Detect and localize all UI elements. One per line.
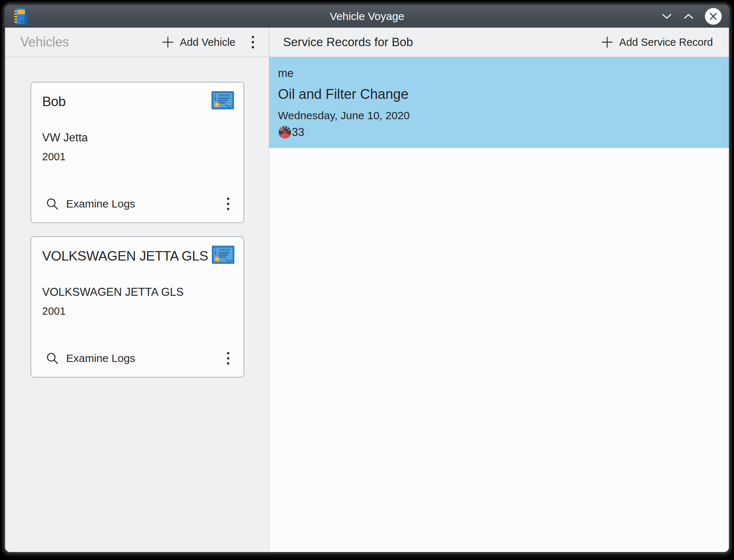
card-title-row: VOLKSWAGEN JETTA GLS [42,246,234,264]
kebab-icon [227,351,230,365]
plus-icon [162,36,174,48]
vehicle-card-menu-button[interactable] [223,194,233,214]
magnifier-icon [46,352,59,365]
vehicle-card-volkswagen-jetta[interactable]: VOLKSWAGEN JETTA GLS [31,236,244,378]
examine-logs-button[interactable]: Examine Logs [42,350,137,366]
vehicle-card-bob[interactable]: Bob [31,82,244,223]
window-controls [661,8,722,25]
vehicle-card-list: Bob [5,57,269,378]
vehicle-card-menu-button[interactable] [223,349,233,368]
close-icon [709,12,718,21]
card-title-row: Bob [42,91,234,109]
record-service-name: Oil and Filter Change [278,86,720,102]
close-button[interactable] [705,8,722,25]
record-date: Wednesday, June 10, 2020 [278,109,720,122]
service-records-header: Service Records for Bob Add Service Reco… [269,28,729,57]
vehicle-model: VOLKSWAGEN JETTA GLS [42,286,234,299]
maximize-button[interactable] [683,13,694,20]
service-records-panel: Service Records for Bob Add Service Reco… [269,28,729,552]
certificate-icon [211,91,234,109]
vehicles-menu-button[interactable] [248,32,258,52]
record-odometer-row: 33 [278,125,720,139]
minimize-button[interactable] [661,13,672,20]
kebab-icon [227,197,230,211]
kebab-icon [251,35,254,49]
chevron-down-icon [661,13,672,20]
app-notebook-icon [12,7,29,26]
vehicle-name: VOLKSWAGEN JETTA GLS [42,246,208,264]
add-vehicle-button[interactable]: Add Vehicle [160,34,237,51]
app-window: Vehicle Voyage Vehicles [5,5,729,552]
service-records-title: Service Records for Bob [283,35,413,49]
add-service-record-label: Add Service Record [619,36,713,48]
examine-logs-label: Examine Logs [66,198,135,210]
window-title: Vehicle Voyage [330,10,404,23]
titlebar[interactable]: Vehicle Voyage [5,5,729,28]
record-odometer-value: 33 [292,126,304,139]
service-record-selected[interactable]: me Oil and Filter Change Wednesday, June… [269,57,729,148]
examine-logs-button[interactable]: Examine Logs [42,196,137,212]
main-content: Vehicles Add Vehicle [5,28,729,552]
chevron-up-icon [683,13,694,20]
examine-logs-label: Examine Logs [66,352,135,364]
vehicle-year: 2001 [42,151,234,163]
card-actions-row: Examine Logs [42,194,234,214]
vehicles-panel: Vehicles Add Vehicle [5,28,269,552]
plus-icon [601,36,613,48]
vehicles-header: Vehicles Add Vehicle [5,28,269,57]
certificate-icon [212,246,234,264]
add-vehicle-label: Add Vehicle [180,36,235,48]
vehicle-model: VW Jetta [42,131,234,144]
vehicle-name: Bob [42,91,66,109]
magnifier-icon [46,197,59,210]
gauge-icon [278,125,292,139]
record-agent: me [278,67,720,80]
add-service-record-button[interactable]: Add Service Record [600,34,714,51]
vehicles-panel-title: Vehicles [20,35,69,50]
vehicle-year: 2001 [42,305,234,317]
card-actions-row: Examine Logs [42,349,234,368]
